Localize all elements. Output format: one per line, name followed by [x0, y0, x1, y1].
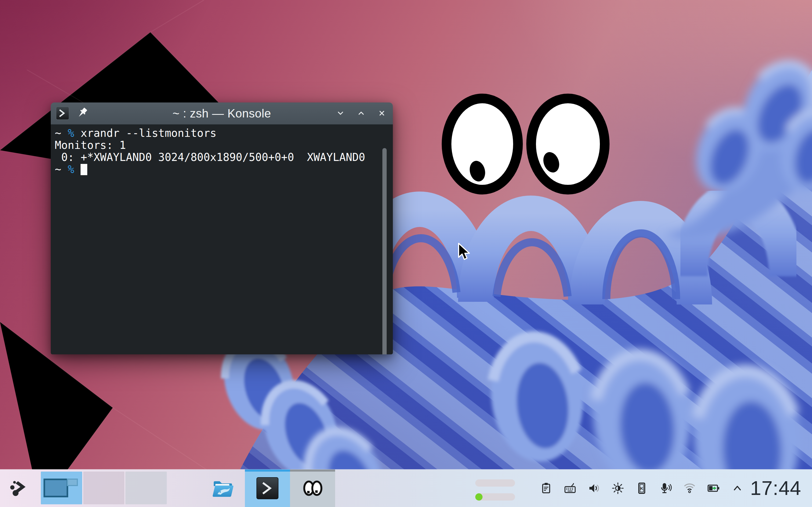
mouse-cursor: [456, 242, 471, 262]
application-launcher-button[interactable]: [5, 469, 34, 507]
battery-charging-icon[interactable]: [707, 482, 720, 495]
terminal-prompt-line: ~ %: [55, 163, 393, 175]
pager-desktop-3[interactable]: [125, 471, 167, 504]
task-konsole-active[interactable]: [245, 469, 290, 507]
konsole-window: ~ : zsh — Konsole ~ % xrandr --listmonit…: [51, 103, 393, 354]
plasma-logo-icon: [8, 477, 31, 500]
status-bars-widget[interactable]: [475, 469, 515, 507]
green-status-dot: [475, 493, 483, 501]
pager-window-konsole: [44, 478, 68, 497]
eye-left: [447, 99, 518, 190]
audio-volume-icon[interactable]: [588, 482, 600, 495]
pager-window-xeyes: [67, 478, 78, 486]
terminal-scrollbar[interactable]: [383, 148, 387, 354]
widget-bar: [475, 480, 515, 487]
clipboard-icon[interactable]: [540, 482, 553, 495]
terminal-line: Monitors: 1: [55, 139, 393, 151]
brightness-icon[interactable]: [611, 482, 624, 495]
konsole-task-icon: [256, 477, 279, 500]
task-dolphin[interactable]: [200, 469, 245, 507]
expand-tray-icon[interactable]: [731, 482, 744, 495]
virtual-desktop-pager: [41, 471, 167, 504]
dolphin-icon: [210, 476, 234, 500]
maximize-button[interactable]: [356, 108, 366, 118]
terminal-view[interactable]: ~ % xrandr --listmonitors Monitors: 1 0:…: [51, 124, 393, 354]
terminal-line: 0: +*XWAYLAND0 3024/800x1890/500+0+0 XWA…: [55, 151, 393, 163]
microphone-icon[interactable]: [659, 482, 672, 495]
xeyes-task-icon: [301, 477, 324, 500]
eye-right: [531, 99, 605, 190]
desktop: ~ : zsh — Konsole ~ % xrandr --listmonit…: [0, 0, 812, 507]
digital-clock[interactable]: 17:44: [750, 469, 801, 507]
pager-desktop-2[interactable]: [83, 471, 124, 504]
wifi-icon[interactable]: [683, 482, 696, 495]
window-titlebar[interactable]: ~ : zsh — Konsole: [51, 103, 393, 124]
task-xeyes-running[interactable]: [290, 469, 335, 507]
svg-text:K: K: [641, 486, 643, 491]
close-button[interactable]: [377, 108, 387, 118]
xeyes-window[interactable]: [432, 89, 620, 201]
minimize-button[interactable]: [336, 108, 345, 118]
terminal-cursor: [81, 164, 87, 175]
kdeconnect-icon[interactable]: K: [635, 482, 648, 495]
keyboard-icon[interactable]: [564, 482, 576, 495]
taskbar-panel: K 17:44: [0, 469, 812, 507]
terminal-line: ~ % xrandr --listmonitors: [55, 127, 393, 139]
pager-desktop-1[interactable]: [41, 471, 82, 504]
